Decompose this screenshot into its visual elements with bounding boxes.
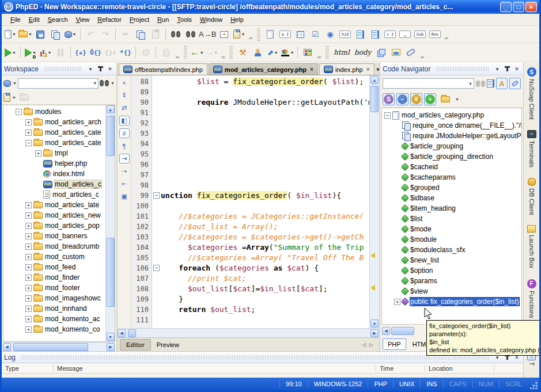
workspace-menu-button[interactable]: ▾: [86, 65, 94, 73]
toolbar-overflow-icon[interactable]: ═: [222, 55, 225, 62]
scroll-left-icon[interactable]: ◀: [382, 327, 390, 335]
store-to-db-dropdown-icon[interactable]: ▼: [73, 32, 77, 36]
deploy-button[interactable]: ⬈▼: [266, 45, 279, 59]
workspace-tree-item[interactable]: +mod_articles_cate: [3, 127, 105, 138]
fold-collapse-icon[interactable]: −: [153, 265, 160, 271]
workspace-tree-item[interactable]: −modules: [3, 106, 105, 117]
workspace-tree-item[interactable]: −mod_articles_c: [3, 189, 105, 200]
navigator-item[interactable]: −$grouped: [382, 182, 521, 193]
expand-icon[interactable]: +: [25, 243, 32, 250]
expand-icon[interactable]: +: [25, 119, 32, 125]
editor-vscroll-thumb[interactable]: [370, 86, 379, 112]
navigator-item[interactable]: −$cacheparams: [382, 172, 521, 182]
navigator-tab-php[interactable]: PHP: [383, 338, 406, 350]
navigator-list-view-icon[interactable]: [487, 79, 494, 87]
menu-edit[interactable]: Edit: [25, 15, 44, 24]
expand-icon[interactable]: +: [25, 295, 32, 302]
color-picker-button[interactable]: [301, 45, 315, 59]
form-reset-button[interactable]: Res: [428, 28, 442, 41]
workspace-tree-item[interactable]: +mod_banners: [3, 231, 105, 241]
scroll-down-icon[interactable]: ▼: [370, 319, 379, 328]
side-tab-launch-box[interactable]: Launch Box: [527, 223, 536, 271]
navigate-back-dropdown-icon[interactable]: ▼: [200, 51, 204, 55]
navigator-menu-button[interactable]: ▾: [493, 65, 501, 73]
insert-link-button[interactable]: [404, 45, 418, 59]
log-side-tab[interactable]: T: [528, 362, 535, 366]
navigator-item[interactable]: −$params: [382, 276, 521, 286]
tab-close-icon[interactable]: ×: [366, 66, 370, 73]
expand-icon[interactable]: +: [25, 130, 32, 136]
navigator-close-button[interactable]: ✕: [513, 65, 521, 73]
navigator-item[interactable]: −$module: [382, 234, 521, 245]
code-editor[interactable]: $list = fix_categories_order( $list); re…: [161, 75, 369, 328]
workspace-tree-item[interactable]: +mod_articles_new: [3, 210, 105, 220]
run-in-debugger-dropdown-icon[interactable]: ▼: [32, 51, 36, 55]
form-hidden-button[interactable]: hid: [338, 28, 352, 41]
editor-mode-tab-editor[interactable]: Editor: [120, 339, 151, 351]
find-button[interactable]: [169, 28, 183, 41]
workspace-hscrollbar[interactable]: ◀ ▶: [3, 342, 115, 351]
bookmark-marker-icon[interactable]: [370, 253, 375, 258]
editor-mode-tab-preview[interactable]: Preview: [151, 340, 185, 350]
maximize-button[interactable]: □: [513, 2, 524, 12]
save-all-button[interactable]: [48, 28, 62, 41]
editor-monitor-icon[interactable]: ▣: [119, 192, 130, 201]
workspace-tree-item[interactable]: +mod_komento_co: [3, 324, 105, 334]
tools-setup-button[interactable]: ⚒: [236, 45, 249, 59]
menu-view[interactable]: View: [72, 15, 94, 24]
side-tab-functions[interactable]: FFunctions: [527, 277, 536, 321]
workspace-tree-item[interactable]: +mod_finder: [3, 272, 105, 283]
workspace-tree-item[interactable]: +mod_innhand: [3, 303, 105, 314]
side-tab-nusoap-client[interactable]: SNuSoap Client: [527, 65, 536, 122]
navigate-forward-dropdown-icon[interactable]: ▼: [214, 51, 218, 55]
embedded-frame-button[interactable]: [217, 28, 231, 41]
deploy-dropdown-icon[interactable]: ▼: [274, 51, 278, 55]
filter-public-button[interactable]: +: [424, 93, 436, 105]
form-input-button[interactable]: × I: [383, 28, 397, 41]
form-checkbox-button[interactable]: ☑: [308, 28, 322, 41]
expand-icon[interactable]: +: [25, 316, 32, 322]
menu-refactor[interactable]: Refactor: [93, 15, 126, 24]
scroll-up-icon[interactable]: ▲: [107, 105, 115, 113]
toolbar-overflow-icon[interactable]: ═: [421, 55, 424, 62]
save-button[interactable]: [33, 28, 47, 41]
side-tab-terminals[interactable]: >Terminals: [527, 128, 536, 170]
editor-collapse-icon[interactable]: ◧: [119, 116, 130, 125]
workspace-vscroll-thumb[interactable]: [107, 116, 115, 156]
workspace-tree-item[interactable]: +mod_articles_late: [3, 200, 105, 210]
workspace-tree-item[interactable]: +mod_footer: [3, 283, 105, 293]
navigator-item[interactable]: −$item_heading: [382, 203, 521, 214]
expand-icon[interactable]: +: [25, 233, 32, 239]
collapse-icon[interactable]: −: [384, 112, 391, 119]
toolbar-overflow-icon[interactable]: ═: [249, 36, 252, 43]
menu-run[interactable]: Run: [153, 15, 173, 24]
navigate-back-button[interactable]: ←▼: [190, 45, 204, 59]
navigator-item[interactable]: −$moduleclass_sfx: [382, 245, 521, 255]
run-to-cursor-button[interactable]: *{}: [119, 45, 133, 59]
workspace-db-dropdown[interactable]: ▼: [13, 81, 17, 85]
collapse-icon[interactable]: −: [16, 109, 22, 115]
expand-icon[interactable]: +: [25, 223, 32, 229]
workspace-clipboard-icon[interactable]: [3, 93, 10, 102]
resize-grip[interactable]: [530, 381, 538, 389]
scroll-left-icon[interactable]: ◀: [118, 329, 126, 337]
navigator-item[interactable]: −$article_grouping: [382, 141, 521, 151]
side-tab-db-client[interactable]: DB Client: [528, 176, 536, 217]
log-column-location[interactable]: Location: [425, 365, 494, 372]
workspace-tree-item[interactable]: +mod_imageshowc: [3, 293, 105, 303]
run-button[interactable]: ▼: [3, 45, 17, 59]
menu-window[interactable]: Window: [196, 15, 226, 24]
filter-private-button[interactable]: −: [396, 93, 408, 105]
editor-close-icon[interactable]: ×: [119, 78, 130, 87]
step-over-button[interactable]: Ō{}: [89, 45, 103, 59]
expand-icon[interactable]: +: [25, 264, 32, 271]
workspace-tree-item[interactable]: +mod_breadcrumb: [3, 241, 105, 252]
workspace-clipboard-dropdown[interactable]: ▼: [12, 96, 16, 100]
insert-body-button[interactable]: body: [353, 45, 373, 59]
scroll-up-icon[interactable]: ▲: [370, 76, 379, 84]
editor-tab[interactable]: PHPoffbeatenpath/index.php: [119, 63, 207, 75]
editor-indent-right-icon[interactable]: ⇢: [119, 166, 130, 176]
open-folder-button[interactable]: ▼: [18, 28, 32, 41]
editor-tab[interactable]: PHPindex.php×: [319, 63, 374, 75]
clipboard-tool-dropdown-icon[interactable]: ▼: [241, 32, 245, 36]
